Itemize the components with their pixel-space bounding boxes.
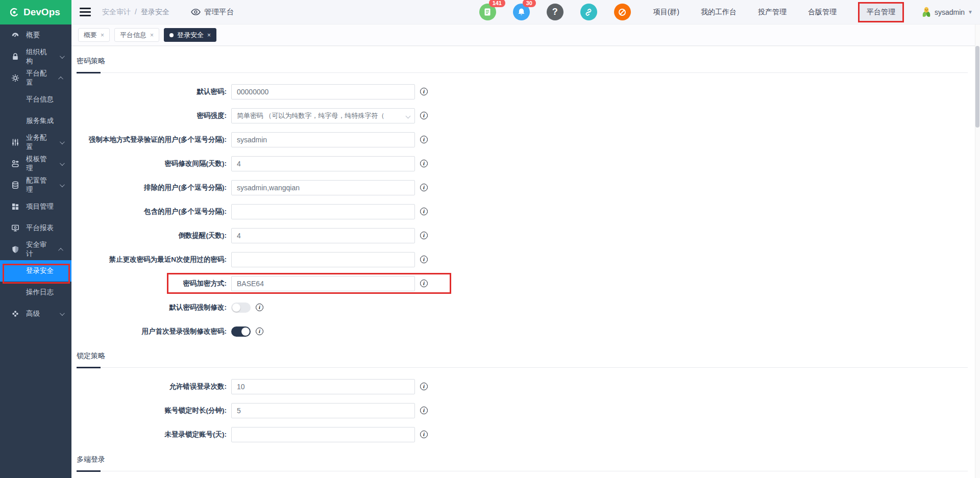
sidebar-item-platform-info[interactable]: 平台信息 <box>0 89 71 110</box>
chevron-down-icon <box>60 54 65 59</box>
menu-toggle-icon[interactable] <box>80 8 91 16</box>
info-icon[interactable]: i <box>420 184 428 191</box>
main-content: 密码策略 默认密码: i 密码强度: 简单密码 （可以为纯数字，纯字母，纯特殊字… <box>71 46 975 478</box>
tab-login-security[interactable]: 登录安全 × <box>164 28 216 42</box>
forbid-recent-passwords-input[interactable] <box>231 252 415 267</box>
scrollbar-thumb[interactable] <box>975 46 979 128</box>
close-icon[interactable]: × <box>207 32 211 39</box>
breadcrumb-parent[interactable]: 安全审计 <box>102 8 131 17</box>
max-failed-logins-input[interactable] <box>231 379 415 394</box>
section-title: 密码策略 <box>77 57 105 65</box>
info-icon[interactable]: i <box>420 407 428 414</box>
field-label: 包含的用户(多个逗号分隔): <box>77 207 231 216</box>
devops-logo-icon <box>9 7 19 17</box>
tab-overview[interactable]: 概要 × <box>78 28 110 42</box>
sidebar-item-login-security[interactable]: 登录安全 <box>0 260 71 282</box>
header-nav: 项目(群) 我的工作台 投产管理 合版管理 平台管理 <box>653 2 904 22</box>
tab-label: 概要 <box>84 31 97 40</box>
section-title-underline <box>77 72 101 73</box>
info-icon[interactable]: i <box>420 88 428 95</box>
section-lock-policy-header: 锁定策略 <box>77 347 968 368</box>
info-icon[interactable]: i <box>420 383 428 390</box>
sidebar-item-platform-config[interactable]: 平台配置 <box>0 67 71 89</box>
countdown-reminder-input[interactable] <box>231 228 415 243</box>
sidebar-item-operation-log[interactable]: 操作日志 <box>0 282 71 303</box>
field-label: 用户首次登录强制修改密码: <box>77 327 231 336</box>
section-title: 多端登录 <box>77 455 105 463</box>
manage-platform-text: 管理平台 <box>204 7 234 17</box>
breadcrumb-current: 登录安全 <box>141 8 169 17</box>
info-icon[interactable]: i <box>420 431 428 438</box>
default-password-input[interactable] <box>231 84 415 99</box>
encryption-method-input[interactable] <box>231 276 415 291</box>
section-title-underline <box>77 367 101 368</box>
sidebar-item-label: 登录安全 <box>26 266 54 275</box>
sidebar-item-project-management[interactable]: 项目管理 <box>0 196 71 217</box>
included-users-input[interactable] <box>231 204 415 219</box>
sliders-icon <box>11 138 19 146</box>
form-row: 账号锁定时长(分钟): i <box>77 398 968 422</box>
sidebar-item-label: 项目管理 <box>26 202 54 211</box>
close-icon[interactable]: × <box>150 32 154 39</box>
change-interval-input[interactable] <box>231 156 415 171</box>
sidebar-item-platform-reports[interactable]: 平台报表 <box>0 217 71 239</box>
nav-platform-management[interactable]: 平台管理 <box>858 2 904 22</box>
tab-platform-info[interactable]: 平台信息 × <box>114 28 159 42</box>
link-icon[interactable] <box>580 4 597 20</box>
monitor-icon <box>11 224 19 232</box>
nav-version[interactable]: 合版管理 <box>808 8 837 17</box>
forbidden-icon[interactable] <box>614 4 631 20</box>
info-icon[interactable]: i <box>420 136 428 143</box>
eye-icon <box>191 8 201 16</box>
force-change-default-toggle[interactable] <box>231 303 251 313</box>
inactive-lock-days-input[interactable] <box>231 427 415 442</box>
excluded-users-input[interactable] <box>231 180 415 195</box>
sidebar-item-label: 配置管理 <box>26 176 53 194</box>
sidebar-item-config-management[interactable]: 配置管理 <box>0 174 71 196</box>
lock-duration-input[interactable] <box>231 403 415 418</box>
lock-policy-form: 允许错误登录次数: i 账号锁定时长(分钟): i 未登录锁定账号(天): i <box>77 368 968 446</box>
field-label: 默认密码: <box>77 87 231 96</box>
scrollbar-track[interactable] <box>975 24 980 478</box>
chevron-down-icon <box>60 311 65 316</box>
sidebar-item-template-management[interactable]: 模板管理 <box>0 153 71 174</box>
sidebar-item-security-audit[interactable]: 安全审计 <box>0 239 71 260</box>
info-icon[interactable]: i <box>420 208 428 215</box>
form-row: 默认密码强制修改: i <box>77 295 968 319</box>
manage-platform-label[interactable]: 管理平台 <box>191 7 234 17</box>
nav-workbench[interactable]: 我的工作台 <box>701 8 737 17</box>
sidebar-item-label: 操作日志 <box>26 288 54 297</box>
notification-bell-icon[interactable]: 30 <box>513 4 530 20</box>
user-menu[interactable]: sysadmin ▼ <box>921 7 973 18</box>
form-row: 默认密码: i <box>77 80 968 104</box>
help-icon[interactable]: ? <box>547 4 564 20</box>
sidebar-item-label: 概要 <box>26 31 40 40</box>
sidebar-item-label: 平台报表 <box>26 223 54 233</box>
nav-production[interactable]: 投产管理 <box>758 8 787 17</box>
breadcrumb-separator: / <box>135 8 137 17</box>
template-icon <box>11 160 19 168</box>
info-icon[interactable]: i <box>420 112 428 119</box>
nav-projects[interactable]: 项目(群) <box>653 8 679 17</box>
info-icon[interactable]: i <box>256 304 263 311</box>
sidebar-item-advanced[interactable]: 高级 <box>0 303 71 324</box>
force-local-users-input[interactable] <box>231 132 415 147</box>
password-strength-select[interactable]: 简单密码 （可以为纯数字，纯字母，纯特殊字符（ <box>231 108 415 123</box>
sidebar-item-organization[interactable]: 组织机构 <box>0 46 71 67</box>
documents-icon[interactable]: 141 <box>479 4 496 20</box>
info-icon[interactable]: i <box>420 280 428 287</box>
gauge-icon <box>11 31 19 39</box>
tab-bar: 概要 × 平台信息 × 登录安全 × <box>71 24 980 46</box>
app-logo[interactable]: DevOps <box>0 0 71 24</box>
force-change-first-login-toggle[interactable] <box>231 326 251 337</box>
database-icon <box>11 181 19 189</box>
sidebar-item-overview[interactable]: 概要 <box>0 24 71 46</box>
sidebar-item-service-integration[interactable]: 服务集成 <box>0 110 71 132</box>
close-icon[interactable]: × <box>101 32 104 39</box>
info-icon[interactable]: i <box>420 160 428 167</box>
info-icon[interactable]: i <box>256 328 263 335</box>
info-icon[interactable]: i <box>420 232 428 239</box>
header-icon-cluster: 141 30 ? <box>479 4 631 20</box>
sidebar-item-business-config[interactable]: 业务配置 <box>0 132 71 153</box>
info-icon[interactable]: i <box>420 256 428 263</box>
